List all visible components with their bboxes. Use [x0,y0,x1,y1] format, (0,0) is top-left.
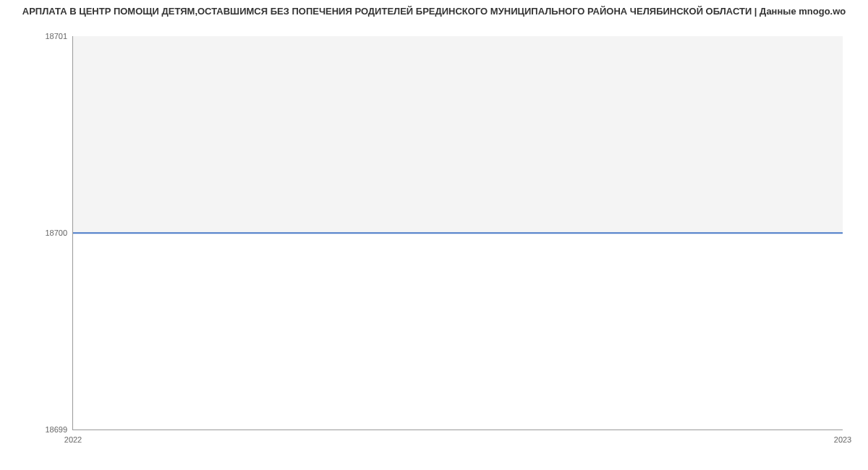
plot-background-lower [73,233,843,430]
y-axis-tick-label: 18699 [45,425,67,434]
data-series-line [73,232,843,234]
chart-title: АРПЛАТА В ЦЕНТР ПОМОЩИ ДЕТЯМ,ОСТАВШИМСЯ … [0,0,868,22]
y-axis-tick-label: 18700 [45,228,67,237]
y-axis-tick-label: 18701 [45,32,67,40]
chart-plot-area: 18701 18700 18699 2022 2023 [72,36,843,430]
x-axis-tick-label: 2023 [834,435,851,444]
plot-background-upper [73,36,843,233]
x-axis-tick-label: 2022 [64,435,82,444]
